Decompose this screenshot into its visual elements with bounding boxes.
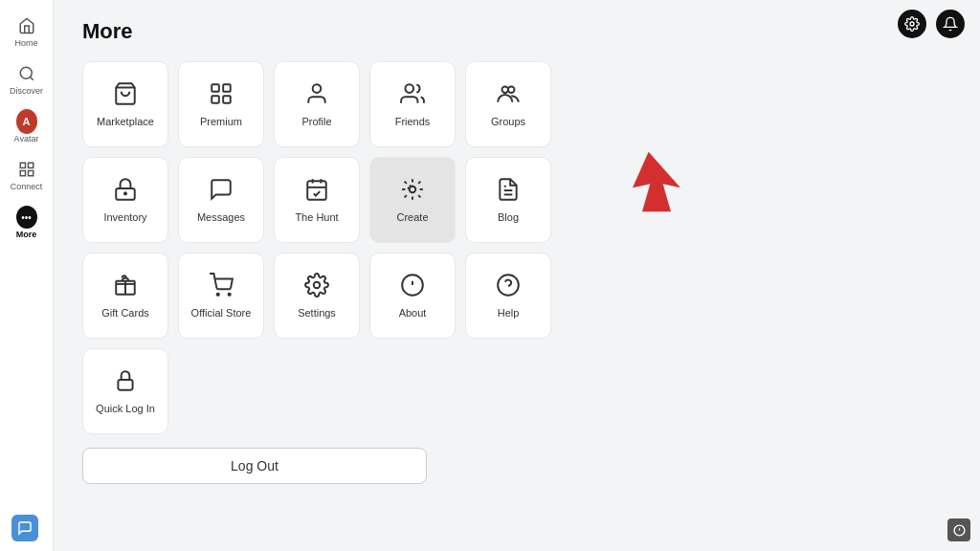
grid-row-2: Inventory Messages The Hunt [82, 157, 951, 243]
main-content: More Marketplace Premiu [54, 0, 980, 551]
premium-label: Premium [200, 116, 242, 127]
svg-rect-5 [28, 171, 33, 176]
premium-icon [209, 81, 234, 110]
sidebar-item-avatar-label: Avatar [14, 134, 39, 143]
sidebar-item-avatar[interactable]: A Avatar [0, 105, 53, 149]
groups-icon [496, 81, 521, 110]
svg-point-21 [410, 187, 416, 193]
officialstore-icon [209, 273, 234, 301]
grid-item-marketplace[interactable]: Marketplace [82, 61, 168, 147]
svg-point-11 [313, 84, 322, 93]
grid-item-premium[interactable]: Premium [178, 61, 264, 147]
svg-rect-10 [223, 96, 231, 103]
home-icon [16, 15, 37, 36]
thehunt-label: The Hunt [295, 211, 338, 223]
quicklogin-label: Quick Log In [96, 403, 155, 414]
notification-icon[interactable] [936, 10, 965, 38]
profile-icon [304, 81, 329, 110]
grid-row-4: Quick Log In [82, 348, 951, 434]
grid-item-quicklogin[interactable]: Quick Log In [82, 348, 168, 434]
grid-item-inventory[interactable]: Inventory [82, 157, 168, 243]
svg-rect-33 [118, 380, 132, 390]
profile-label: Profile [301, 116, 331, 127]
grid-item-profile[interactable]: Profile [274, 61, 360, 147]
svg-rect-3 [28, 163, 33, 167]
bottom-right-icon [947, 518, 970, 541]
quicklogin-icon [113, 368, 138, 397]
sidebar-item-connect[interactable]: Connect [0, 153, 53, 197]
grid-item-settings[interactable]: Settings [274, 253, 360, 339]
sidebar-item-more-label: More [16, 230, 37, 239]
officialstore-label: Official Store [191, 307, 252, 319]
sidebar-item-discover-label: Discover [10, 86, 43, 96]
grid-item-officialstore[interactable]: Official Store [178, 253, 264, 339]
grid-item-blog[interactable]: Blog [465, 157, 551, 243]
grid-item-thehunt[interactable]: The Hunt [274, 157, 360, 243]
sidebar-item-connect-label: Connect [11, 182, 43, 191]
help-label: Help [498, 307, 520, 319]
settings-top-icon[interactable] [898, 10, 926, 38]
inventory-label: Inventory [103, 211, 146, 223]
grid-item-help[interactable]: Help [465, 253, 551, 339]
thehunt-icon [304, 177, 329, 206]
messages-label: Messages [197, 211, 245, 223]
sidebar-item-more[interactable]: ••• More [0, 201, 53, 245]
more-icon: ••• [16, 207, 37, 228]
connect-icon [16, 159, 37, 180]
svg-point-14 [508, 86, 515, 93]
create-icon [400, 177, 425, 206]
grid-item-friends[interactable]: Friends [369, 61, 456, 147]
grid-item-about[interactable]: About [369, 253, 456, 339]
svg-point-16 [124, 192, 126, 194]
friends-label: Friends [395, 116, 431, 127]
grid-item-giftcards[interactable]: Gift Cards [82, 253, 168, 339]
marketplace-icon [113, 81, 138, 110]
svg-rect-8 [223, 84, 231, 92]
groups-label: Groups [491, 116, 525, 127]
blog-label: Blog [498, 211, 519, 223]
sidebar-item-discover[interactable]: Discover [0, 57, 53, 101]
svg-point-31 [498, 275, 519, 296]
svg-rect-4 [20, 171, 25, 176]
svg-point-0 [20, 67, 32, 78]
settings-icon [304, 273, 329, 301]
giftcards-icon [113, 273, 138, 301]
discover-icon [16, 63, 37, 84]
about-icon [400, 273, 425, 301]
svg-point-26 [229, 294, 231, 296]
grid-row-3: Gift Cards Official Store Settings [82, 253, 951, 339]
grid-item-groups[interactable]: Groups [465, 61, 551, 147]
grid-item-messages[interactable]: Messages [178, 157, 264, 243]
bottom-chat-icon[interactable] [11, 515, 38, 541]
friends-icon [400, 81, 425, 110]
inventory-icon [113, 177, 138, 206]
about-label: About [399, 307, 427, 319]
help-icon [496, 273, 521, 301]
marketplace-label: Marketplace [97, 116, 154, 127]
avatar-icon: A [16, 111, 37, 132]
svg-line-1 [30, 77, 33, 79]
settings-label: Settings [298, 307, 336, 319]
svg-rect-2 [20, 163, 25, 167]
sidebar-item-home[interactable]: Home [0, 10, 53, 54]
grid-row-1: Marketplace Premium Profile [82, 61, 951, 147]
svg-rect-7 [212, 84, 219, 92]
create-label: Create [396, 211, 428, 223]
svg-rect-17 [307, 181, 326, 200]
svg-point-25 [217, 294, 219, 296]
svg-point-12 [405, 84, 413, 93]
top-right-actions [898, 10, 965, 38]
logout-button[interactable]: Log Out [82, 448, 427, 484]
sidebar-item-home-label: Home [14, 38, 37, 48]
logout-row: Log Out [82, 448, 951, 484]
giftcards-label: Gift Cards [101, 307, 149, 319]
svg-point-27 [314, 282, 321, 289]
page-title: More [82, 19, 951, 44]
grid-item-create[interactable]: Create [369, 157, 456, 243]
blog-icon [496, 177, 521, 206]
messages-icon [209, 177, 234, 206]
svg-rect-9 [212, 96, 219, 103]
svg-point-36 [910, 22, 914, 26]
sidebar: Home Discover A Avatar Connect ••• More [0, 0, 54, 551]
